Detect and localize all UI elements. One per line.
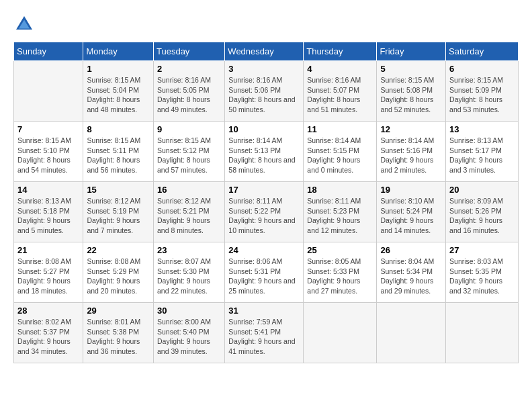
- calendar-cell: 25Sunrise: 8:05 AMSunset: 5:33 PMDayligh…: [304, 242, 377, 303]
- sunset-text: Sunset: 5:04 PM: [87, 86, 139, 94]
- daylight-text: Daylight: 9 hours and 25 minutes.: [228, 277, 295, 295]
- sunset-text: Sunset: 5:17 PM: [449, 146, 502, 154]
- daylight-text: Daylight: 9 hours and 16 minutes.: [449, 216, 502, 234]
- calendar-cell: 12Sunrise: 8:14 AMSunset: 5:16 PMDayligh…: [377, 122, 446, 182]
- sunset-text: Sunset: 5:21 PM: [157, 207, 210, 215]
- daylight-text: Daylight: 8 hours and 52 minutes.: [380, 95, 433, 113]
- sunset-text: Sunset: 5:33 PM: [307, 267, 359, 275]
- calendar-cell: 10Sunrise: 8:14 AMSunset: 5:13 PMDayligh…: [225, 122, 304, 182]
- sunset-text: Sunset: 5:34 PM: [380, 267, 433, 275]
- daylight-text: Daylight: 8 hours and 49 minutes.: [157, 95, 210, 113]
- day-number: 5: [380, 64, 442, 74]
- day-info: Sunrise: 8:07 AMSunset: 5:30 PMDaylight:…: [157, 257, 221, 296]
- weekday-header: Monday: [83, 42, 154, 61]
- weekday-header-row: SundayMondayTuesdayWednesdayThursdayFrid…: [14, 42, 519, 61]
- calendar-cell: 29Sunrise: 8:01 AMSunset: 5:38 PMDayligh…: [83, 303, 154, 363]
- day-info: Sunrise: 8:12 AMSunset: 5:19 PMDaylight:…: [87, 196, 150, 236]
- sunset-text: Sunset: 5:18 PM: [17, 207, 70, 215]
- day-info: Sunrise: 8:15 AMSunset: 5:11 PMDaylight:…: [87, 136, 150, 175]
- calendar-cell: 20Sunrise: 8:09 AMSunset: 5:26 PMDayligh…: [446, 182, 519, 242]
- sunset-text: Sunset: 5:19 PM: [87, 207, 139, 215]
- sunset-text: Sunset: 5:35 PM: [449, 267, 502, 275]
- weekday-header: Tuesday: [153, 42, 224, 61]
- sunset-text: Sunset: 5:22 PM: [228, 207, 281, 215]
- day-number: 13: [449, 124, 515, 134]
- calendar-cell: 22Sunrise: 8:08 AMSunset: 5:29 PMDayligh…: [83, 242, 154, 303]
- day-number: 8: [87, 124, 150, 134]
- calendar-cell: 16Sunrise: 8:12 AMSunset: 5:21 PMDayligh…: [153, 182, 224, 242]
- sunrise-text: Sunrise: 8:00 AM: [157, 318, 211, 326]
- daylight-text: Daylight: 8 hours and 57 minutes.: [157, 156, 210, 174]
- day-info: Sunrise: 8:13 AMSunset: 5:18 PMDaylight:…: [17, 196, 79, 236]
- calendar-week-row: 7Sunrise: 8:15 AMSunset: 5:10 PMDaylight…: [14, 122, 519, 182]
- day-number: 14: [17, 185, 79, 195]
- day-number: 30: [157, 306, 221, 316]
- day-info: Sunrise: 8:10 AMSunset: 5:24 PMDaylight:…: [380, 196, 442, 236]
- sunrise-text: Sunrise: 8:15 AM: [87, 76, 140, 84]
- sunrise-text: Sunrise: 8:07 AM: [157, 257, 211, 265]
- day-info: Sunrise: 8:15 AMSunset: 5:12 PMDaylight:…: [157, 136, 221, 175]
- daylight-text: Daylight: 9 hours and 36 minutes.: [87, 337, 140, 355]
- day-number: 25: [307, 245, 373, 255]
- day-number: 4: [307, 64, 373, 74]
- sunrise-text: Sunrise: 8:16 AM: [157, 76, 211, 84]
- sunrise-text: Sunrise: 8:14 AM: [307, 136, 361, 144]
- day-info: Sunrise: 8:14 AMSunset: 5:16 PMDaylight:…: [380, 136, 442, 175]
- calendar-cell: 27Sunrise: 8:03 AMSunset: 5:35 PMDayligh…: [446, 242, 519, 303]
- sunset-text: Sunset: 5:08 PM: [380, 86, 433, 94]
- calendar-week-row: 14Sunrise: 8:13 AMSunset: 5:18 PMDayligh…: [14, 182, 519, 242]
- day-info: Sunrise: 8:16 AMSunset: 5:06 PMDaylight:…: [228, 75, 300, 115]
- calendar-cell: 6Sunrise: 8:15 AMSunset: 5:09 PMDaylight…: [446, 61, 519, 122]
- day-number: 21: [17, 245, 79, 255]
- calendar-cell: 9Sunrise: 8:15 AMSunset: 5:12 PMDaylight…: [153, 122, 224, 182]
- sunrise-text: Sunrise: 8:03 AM: [449, 257, 503, 265]
- sunrise-text: Sunrise: 8:14 AM: [380, 136, 434, 144]
- day-number: 16: [157, 185, 221, 195]
- sunrise-text: Sunrise: 8:15 AM: [157, 136, 211, 144]
- day-number: 18: [307, 185, 373, 195]
- day-number: 26: [380, 245, 442, 255]
- sunrise-text: Sunrise: 8:12 AM: [157, 197, 211, 205]
- daylight-text: Daylight: 9 hours and 18 minutes.: [17, 277, 71, 295]
- day-info: Sunrise: 8:14 AMSunset: 5:15 PMDaylight:…: [307, 136, 373, 175]
- daylight-text: Daylight: 9 hours and 32 minutes.: [449, 277, 502, 295]
- page-header: [13, 13, 519, 35]
- sunrise-text: Sunrise: 8:13 AM: [17, 197, 71, 205]
- daylight-text: Daylight: 9 hours and 20 minutes.: [87, 277, 140, 295]
- calendar-cell: 11Sunrise: 8:14 AMSunset: 5:15 PMDayligh…: [304, 122, 377, 182]
- sunset-text: Sunset: 5:13 PM: [228, 146, 281, 154]
- weekday-header: Thursday: [304, 42, 377, 61]
- daylight-text: Daylight: 9 hours and 2 minutes.: [380, 156, 433, 174]
- calendar-week-row: 28Sunrise: 8:02 AMSunset: 5:37 PMDayligh…: [14, 303, 519, 363]
- day-info: Sunrise: 8:14 AMSunset: 5:13 PMDaylight:…: [228, 136, 300, 175]
- daylight-text: Daylight: 9 hours and 41 minutes.: [228, 337, 295, 355]
- sunrise-text: Sunrise: 7:59 AM: [228, 318, 282, 326]
- day-info: Sunrise: 8:03 AMSunset: 5:35 PMDaylight:…: [449, 257, 515, 296]
- calendar-cell: 26Sunrise: 8:04 AMSunset: 5:34 PMDayligh…: [377, 242, 446, 303]
- sunrise-text: Sunrise: 8:06 AM: [228, 257, 282, 265]
- day-number: 23: [157, 245, 221, 255]
- sunrise-text: Sunrise: 8:15 AM: [87, 136, 140, 144]
- day-number: 1: [87, 64, 150, 74]
- daylight-text: Daylight: 9 hours and 27 minutes.: [307, 277, 360, 295]
- day-number: 11: [307, 124, 373, 134]
- sunrise-text: Sunrise: 8:15 AM: [380, 76, 434, 84]
- sunset-text: Sunset: 5:09 PM: [449, 86, 502, 94]
- day-info: Sunrise: 8:06 AMSunset: 5:31 PMDaylight:…: [228, 257, 300, 296]
- sunset-text: Sunset: 5:05 PM: [157, 86, 210, 94]
- calendar-cell: 5Sunrise: 8:15 AMSunset: 5:08 PMDaylight…: [377, 61, 446, 122]
- day-info: Sunrise: 8:15 AMSunset: 5:04 PMDaylight:…: [87, 75, 150, 115]
- day-info: Sunrise: 8:12 AMSunset: 5:21 PMDaylight:…: [157, 196, 221, 236]
- sunset-text: Sunset: 5:40 PM: [157, 328, 210, 336]
- sunrise-text: Sunrise: 8:02 AM: [17, 318, 71, 326]
- day-number: 2: [157, 64, 221, 74]
- calendar-cell: 14Sunrise: 8:13 AMSunset: 5:18 PMDayligh…: [14, 182, 83, 242]
- day-info: Sunrise: 8:16 AMSunset: 5:05 PMDaylight:…: [157, 75, 221, 115]
- calendar-cell: 23Sunrise: 8:07 AMSunset: 5:30 PMDayligh…: [153, 242, 224, 303]
- day-info: Sunrise: 8:05 AMSunset: 5:33 PMDaylight:…: [307, 257, 373, 296]
- daylight-text: Daylight: 9 hours and 5 minutes.: [17, 216, 71, 234]
- sunset-text: Sunset: 5:11 PM: [87, 146, 139, 154]
- calendar-cell: 17Sunrise: 8:11 AMSunset: 5:22 PMDayligh…: [225, 182, 304, 242]
- calendar-cell: 30Sunrise: 8:00 AMSunset: 5:40 PMDayligh…: [153, 303, 224, 363]
- daylight-text: Daylight: 8 hours and 51 minutes.: [307, 95, 360, 113]
